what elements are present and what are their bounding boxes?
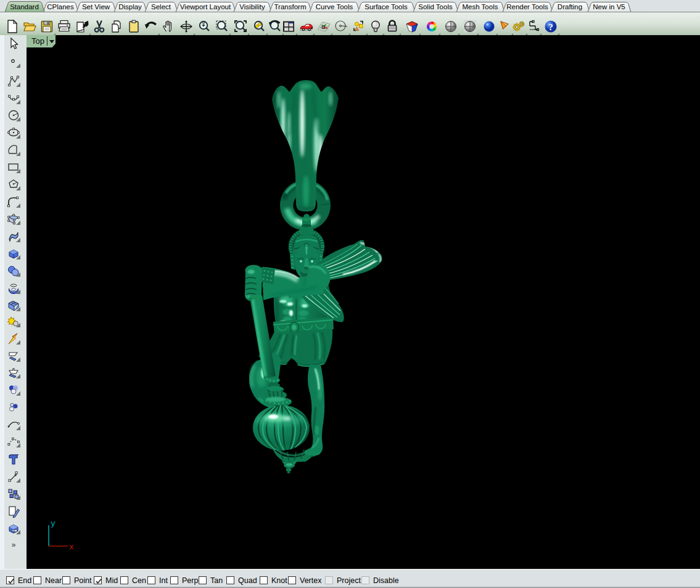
svg-text:Select: Select: [151, 3, 171, 10]
svg-text:Standard: Standard: [10, 3, 39, 10]
svg-text:Mesh Tools: Mesh Tools: [463, 3, 498, 10]
svg-text:y: y: [51, 519, 56, 528]
svg-text:Visibility: Visibility: [239, 3, 265, 10]
svg-text:Transform: Transform: [274, 3, 307, 10]
svg-text:x: x: [69, 542, 74, 552]
svg-text:Viewport Layout: Viewport Layout: [180, 3, 231, 10]
svg-text:Render Tools: Render Tools: [506, 3, 548, 10]
svg-text:Drafting: Drafting: [558, 3, 582, 10]
svg-text:Set View: Set View: [82, 3, 110, 10]
svg-text:CPlanes: CPlanes: [47, 3, 74, 10]
svg-text:Surface Tools: Surface Tools: [364, 3, 408, 10]
svg-text:Display: Display: [118, 3, 142, 10]
svg-text:New in V5: New in V5: [593, 3, 625, 10]
svg-text:»: »: [12, 541, 16, 549]
svg-text:?: ?: [548, 22, 553, 32]
svg-text:Solid Tools: Solid Tools: [418, 3, 453, 10]
svg-text:Curve Tools: Curve Tools: [316, 3, 353, 10]
